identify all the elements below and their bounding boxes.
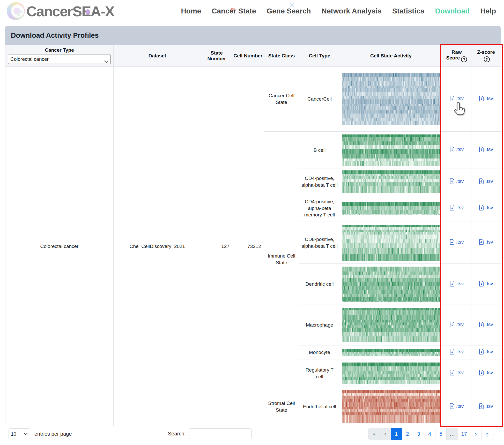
nav-item-statistics[interactable]: Statistics — [392, 7, 425, 15]
raw-tsv-link[interactable]: .tsv — [450, 178, 464, 184]
raw-tsv-link[interactable]: .tsv — [450, 370, 464, 375]
column-header-cell-number: Cell Number — [232, 45, 264, 67]
zscore-tsv-link[interactable]: .tsv — [479, 370, 493, 375]
search-label: Search: — [168, 431, 186, 437]
z-score-cell: .tsv — [471, 222, 501, 264]
heatmap-cell — [340, 387, 442, 426]
z-score-label: Z-score — [477, 49, 495, 55]
tsv-label: .tsv — [485, 370, 493, 375]
activity-heatmap — [342, 170, 440, 193]
tsv-label: .tsv — [456, 147, 464, 152]
pagination-page-3[interactable]: 3 — [413, 428, 424, 440]
raw-score-cell: .tsv — [442, 359, 471, 387]
z-score-cell: .tsv — [471, 169, 501, 195]
zscore-tsv-link[interactable]: .tsv — [479, 403, 493, 409]
cell-type-cell: CancerCell — [299, 67, 340, 132]
raw-tsv-link[interactable]: .tsv — [450, 281, 464, 286]
raw-score-help-icon[interactable]: ? — [461, 56, 467, 62]
heatmap-cell — [340, 264, 442, 305]
column-header-state-class: State Class — [264, 45, 299, 67]
raw-tsv-link[interactable]: .tsv — [450, 349, 464, 355]
nav-item-home[interactable]: Home — [181, 7, 201, 15]
pagination-page-2[interactable]: 2 — [402, 428, 413, 440]
heatmap-cell — [340, 67, 442, 132]
z-score-cell: .tsv — [471, 195, 501, 222]
zscore-tsv-link[interactable]: .tsv — [479, 322, 493, 327]
zscore-tsv-link[interactable]: .tsv — [479, 281, 493, 286]
z-score-cell: .tsv — [471, 359, 501, 387]
cell-number-cell: 73312 — [232, 67, 264, 426]
column-header-cell-state-activity: Cell State Activity — [340, 45, 442, 67]
search-input[interactable] — [189, 428, 252, 439]
logo-text: CancerSEA-X — [26, 3, 114, 20]
tsv-label: .tsv — [485, 322, 493, 327]
column-header-state-number: State Number — [201, 45, 232, 67]
pagination-page-5[interactable]: 5 — [435, 428, 447, 440]
raw-score-cell: .tsv — [442, 305, 471, 345]
raw-tsv-link[interactable]: .tsv — [450, 322, 464, 327]
raw-tsv-link[interactable]: .tsv — [450, 96, 464, 101]
nav-item-help[interactable]: Help — [480, 7, 496, 15]
tsv-label: .tsv — [456, 349, 464, 355]
next-page-button[interactable]: › — [470, 428, 481, 440]
nav-item-download[interactable]: Download — [435, 7, 470, 15]
nav-item-network-analysis[interactable]: Network Analysis — [322, 7, 382, 15]
cancer-type-label: Cancer Type — [8, 47, 111, 53]
tsv-label: .tsv — [485, 349, 493, 355]
zscore-tsv-link[interactable]: .tsv — [479, 239, 493, 245]
first-page-button[interactable]: « — [369, 428, 380, 440]
tsv-label: .tsv — [485, 205, 493, 210]
pagination-page-1[interactable]: 1 — [391, 428, 402, 440]
tsv-label: .tsv — [456, 281, 464, 286]
raw-tsv-link[interactable]: .tsv — [450, 147, 464, 152]
tsv-label: .tsv — [485, 403, 493, 409]
pagination: « ‹ 1 2 3 4 5 … 17 › » — [368, 428, 493, 440]
activity-heatmap — [342, 225, 440, 261]
column-header-cancer-type: Cancer Type Colorectal cancer — [5, 45, 114, 67]
cancer-type-select[interactable]: Colorectal cancer — [8, 55, 111, 64]
raw-tsv-link[interactable]: .tsv — [450, 239, 464, 245]
pagination-page-4[interactable]: 4 — [424, 428, 435, 440]
zscore-tsv-link[interactable]: .tsv — [479, 147, 493, 152]
top-navigation-bar: CancerSEA-X ✳ Home Cancer State Gene Sea… — [0, 0, 504, 22]
cell-type-cell: CD4-positive, alpha-beta memory T cell — [299, 195, 340, 222]
nav-item-cancer-state[interactable]: Cancer State — [212, 7, 256, 15]
tsv-label: .tsv — [485, 281, 493, 286]
pagination-page-17[interactable]: 17 — [458, 428, 470, 440]
column-header-z-score: Z-score ? — [471, 45, 501, 67]
raw-tsv-link[interactable]: .tsv — [450, 205, 464, 210]
heatmap-cell — [340, 345, 442, 359]
cell-type-cell: Dendritic cell — [299, 264, 340, 305]
cell-type-cell: CD8-positive, alpha-beta T cell — [299, 222, 340, 264]
zscore-tsv-link[interactable]: .tsv — [479, 205, 493, 210]
z-score-help-icon[interactable]: ? — [484, 56, 490, 62]
panel-title: Download Activity Profiles — [5, 26, 501, 45]
dataset-cell: Che_CellDiscovery_2021 — [114, 67, 201, 426]
last-page-button[interactable]: » — [481, 428, 493, 440]
logo-cell-emblem-icon — [7, 2, 25, 20]
site-logo[interactable]: CancerSEA-X ✳ — [7, 2, 114, 20]
cell-type-cell: B cell — [299, 132, 340, 169]
zscore-tsv-link[interactable]: .tsv — [479, 178, 493, 184]
raw-score-cell: .tsv — [442, 264, 471, 305]
prev-page-button[interactable]: ‹ — [380, 428, 391, 440]
tsv-label: .tsv — [456, 178, 464, 184]
state-class-stromal: Stromal Cell State — [264, 387, 299, 426]
nav-item-gene-search[interactable]: Gene Search — [266, 7, 311, 15]
raw-tsv-link[interactable]: .tsv — [450, 403, 464, 409]
activity-heatmap — [342, 308, 440, 342]
tsv-label: .tsv — [456, 322, 464, 327]
raw-score-label-line1: Raw — [451, 49, 462, 55]
zscore-tsv-link[interactable]: .tsv — [479, 349, 493, 355]
heatmap-cell — [340, 359, 442, 387]
heatmap-cell — [340, 169, 442, 195]
entries-select-wrap: 10 — [9, 428, 30, 439]
zscore-tsv-link[interactable]: .tsv — [479, 96, 493, 101]
tsv-label: .tsv — [456, 403, 464, 409]
tsv-label: .tsv — [456, 205, 464, 210]
entries-per-page-select[interactable]: 10 — [9, 428, 30, 439]
pagination-ellipsis: … — [447, 428, 458, 440]
tsv-label: .tsv — [456, 239, 464, 245]
tsv-label: .tsv — [485, 96, 493, 101]
search-group: Search: — [168, 428, 252, 439]
